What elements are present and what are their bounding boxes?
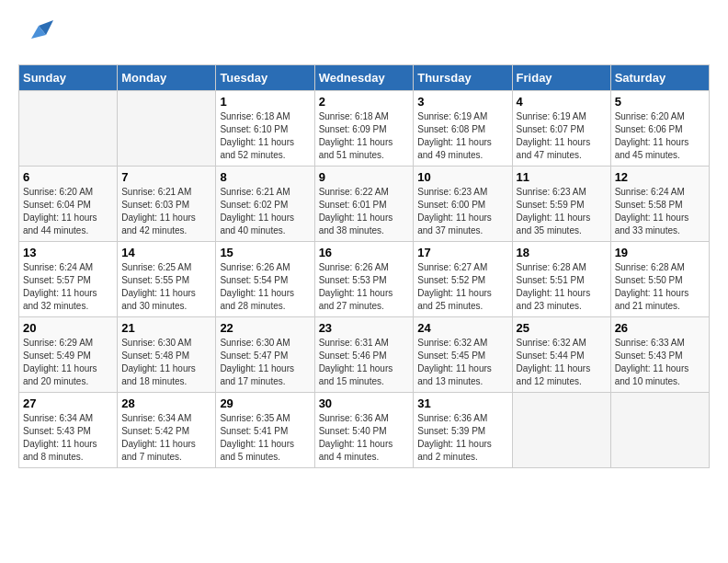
calendar-cell: 20Sunrise: 6:29 AM Sunset: 5:49 PM Dayli… — [19, 317, 118, 393]
day-number: 11 — [517, 170, 607, 184]
calendar-cell: 22Sunrise: 6:30 AM Sunset: 5:47 PM Dayli… — [216, 317, 314, 393]
day-info: Sunrise: 6:20 AM Sunset: 6:06 PM Dayligh… — [615, 110, 705, 162]
day-number: 30 — [319, 396, 410, 410]
calendar-cell: 19Sunrise: 6:28 AM Sunset: 5:50 PM Dayli… — [610, 242, 709, 317]
page-header — [18, 18, 710, 55]
day-number: 7 — [121, 170, 211, 184]
day-info: Sunrise: 6:35 AM Sunset: 5:41 PM Dayligh… — [220, 412, 310, 464]
day-info: Sunrise: 6:22 AM Sunset: 6:01 PM Dayligh… — [319, 186, 410, 237]
day-info: Sunrise: 6:18 AM Sunset: 6:09 PM Dayligh… — [319, 110, 410, 162]
day-info: Sunrise: 6:27 AM Sunset: 5:52 PM Dayligh… — [417, 261, 507, 313]
day-number: 16 — [319, 246, 410, 259]
column-header-friday: Friday — [512, 65, 610, 91]
day-number: 15 — [220, 246, 310, 259]
calendar-cell: 17Sunrise: 6:27 AM Sunset: 5:52 PM Dayli… — [414, 242, 512, 317]
calendar-cell: 7Sunrise: 6:21 AM Sunset: 6:03 PM Daylig… — [118, 167, 216, 242]
day-info: Sunrise: 6:24 AM Sunset: 5:58 PM Dayligh… — [615, 186, 705, 237]
day-number: 14 — [121, 246, 211, 259]
day-number: 10 — [417, 170, 507, 184]
day-info: Sunrise: 6:26 AM Sunset: 5:54 PM Dayligh… — [220, 261, 310, 313]
day-info: Sunrise: 6:28 AM Sunset: 5:50 PM Dayligh… — [615, 261, 705, 313]
day-number: 31 — [417, 396, 507, 410]
day-info: Sunrise: 6:36 AM Sunset: 5:40 PM Dayligh… — [319, 412, 410, 464]
day-info: Sunrise: 6:23 AM Sunset: 6:00 PM Dayligh… — [417, 186, 507, 237]
day-number: 25 — [517, 321, 607, 335]
calendar-cell: 21Sunrise: 6:30 AM Sunset: 5:48 PM Dayli… — [118, 317, 216, 393]
day-number: 21 — [121, 321, 211, 335]
day-info: Sunrise: 6:30 AM Sunset: 5:48 PM Dayligh… — [121, 337, 211, 388]
column-header-monday: Monday — [118, 65, 216, 91]
day-number: 6 — [23, 170, 113, 184]
calendar-cell: 16Sunrise: 6:26 AM Sunset: 5:53 PM Dayli… — [314, 242, 414, 317]
calendar-cell: 30Sunrise: 6:36 AM Sunset: 5:40 PM Dayli… — [314, 393, 414, 468]
calendar-cell: 24Sunrise: 6:32 AM Sunset: 5:45 PM Dayli… — [414, 317, 512, 393]
day-number: 24 — [417, 321, 507, 335]
day-number: 9 — [319, 170, 410, 184]
day-info: Sunrise: 6:29 AM Sunset: 5:49 PM Dayligh… — [23, 337, 113, 388]
calendar-week-row: 20Sunrise: 6:29 AM Sunset: 5:49 PM Dayli… — [19, 317, 710, 393]
day-number: 3 — [417, 95, 507, 109]
calendar-cell: 2Sunrise: 6:18 AM Sunset: 6:09 PM Daylig… — [314, 91, 414, 167]
day-number: 22 — [220, 321, 310, 335]
calendar-week-row: 13Sunrise: 6:24 AM Sunset: 5:57 PM Dayli… — [19, 242, 710, 317]
day-info: Sunrise: 6:26 AM Sunset: 5:53 PM Dayligh… — [319, 261, 410, 313]
day-number: 4 — [517, 95, 607, 109]
calendar-cell: 6Sunrise: 6:20 AM Sunset: 6:04 PM Daylig… — [19, 167, 118, 242]
day-info: Sunrise: 6:18 AM Sunset: 6:10 PM Dayligh… — [220, 110, 310, 162]
calendar-week-row: 27Sunrise: 6:34 AM Sunset: 5:43 PM Dayli… — [19, 393, 710, 468]
calendar-header-row: SundayMondayTuesdayWednesdayThursdayFrid… — [19, 65, 710, 91]
calendar-cell: 29Sunrise: 6:35 AM Sunset: 5:41 PM Dayli… — [216, 393, 314, 468]
day-number: 13 — [23, 246, 113, 259]
calendar-week-row: 1Sunrise: 6:18 AM Sunset: 6:10 PM Daylig… — [19, 91, 710, 167]
calendar-cell: 15Sunrise: 6:26 AM Sunset: 5:54 PM Dayli… — [216, 242, 314, 317]
column-header-thursday: Thursday — [414, 65, 512, 91]
logo — [18, 18, 59, 55]
logo-icon — [18, 18, 55, 55]
day-number: 17 — [417, 246, 507, 259]
calendar-cell: 5Sunrise: 6:20 AM Sunset: 6:06 PM Daylig… — [610, 91, 709, 167]
calendar-cell: 9Sunrise: 6:22 AM Sunset: 6:01 PM Daylig… — [314, 167, 414, 242]
day-info: Sunrise: 6:19 AM Sunset: 6:07 PM Dayligh… — [517, 110, 607, 162]
column-header-tuesday: Tuesday — [216, 65, 314, 91]
calendar-cell: 4Sunrise: 6:19 AM Sunset: 6:07 PM Daylig… — [512, 91, 610, 167]
calendar-cell: 25Sunrise: 6:32 AM Sunset: 5:44 PM Dayli… — [512, 317, 610, 393]
column-header-wednesday: Wednesday — [314, 65, 414, 91]
day-number: 2 — [319, 95, 410, 109]
calendar-cell — [512, 393, 610, 468]
calendar-cell: 8Sunrise: 6:21 AM Sunset: 6:02 PM Daylig… — [216, 167, 314, 242]
day-number: 26 — [615, 321, 705, 335]
day-info: Sunrise: 6:20 AM Sunset: 6:04 PM Dayligh… — [23, 186, 113, 237]
column-header-sunday: Sunday — [19, 65, 118, 91]
calendar-week-row: 6Sunrise: 6:20 AM Sunset: 6:04 PM Daylig… — [19, 167, 710, 242]
day-number: 12 — [615, 170, 705, 184]
day-info: Sunrise: 6:31 AM Sunset: 5:46 PM Dayligh… — [319, 337, 410, 388]
column-header-saturday: Saturday — [610, 65, 709, 91]
calendar-cell: 14Sunrise: 6:25 AM Sunset: 5:55 PM Dayli… — [118, 242, 216, 317]
calendar-cell: 26Sunrise: 6:33 AM Sunset: 5:43 PM Dayli… — [610, 317, 709, 393]
day-info: Sunrise: 6:34 AM Sunset: 5:43 PM Dayligh… — [23, 412, 113, 464]
day-info: Sunrise: 6:25 AM Sunset: 5:55 PM Dayligh… — [121, 261, 211, 313]
day-info: Sunrise: 6:21 AM Sunset: 6:03 PM Dayligh… — [121, 186, 211, 237]
day-number: 29 — [220, 396, 310, 410]
calendar-cell: 3Sunrise: 6:19 AM Sunset: 6:08 PM Daylig… — [414, 91, 512, 167]
day-number: 19 — [615, 246, 705, 259]
day-info: Sunrise: 6:19 AM Sunset: 6:08 PM Dayligh… — [417, 110, 507, 162]
day-number: 5 — [615, 95, 705, 109]
calendar-cell — [19, 91, 118, 167]
day-number: 27 — [23, 396, 113, 410]
calendar-cell — [118, 91, 216, 167]
day-info: Sunrise: 6:21 AM Sunset: 6:02 PM Dayligh… — [220, 186, 310, 237]
calendar-table: SundayMondayTuesdayWednesdayThursdayFrid… — [18, 64, 710, 468]
day-number: 18 — [517, 246, 607, 259]
calendar-cell: 12Sunrise: 6:24 AM Sunset: 5:58 PM Dayli… — [610, 167, 709, 242]
calendar-cell: 18Sunrise: 6:28 AM Sunset: 5:51 PM Dayli… — [512, 242, 610, 317]
day-number: 1 — [220, 95, 310, 109]
day-info: Sunrise: 6:30 AM Sunset: 5:47 PM Dayligh… — [220, 337, 310, 388]
day-info: Sunrise: 6:36 AM Sunset: 5:39 PM Dayligh… — [417, 412, 507, 464]
calendar-cell: 23Sunrise: 6:31 AM Sunset: 5:46 PM Dayli… — [314, 317, 414, 393]
calendar-cell: 11Sunrise: 6:23 AM Sunset: 5:59 PM Dayli… — [512, 167, 610, 242]
day-number: 20 — [23, 321, 113, 335]
calendar-cell — [610, 393, 709, 468]
calendar-cell: 13Sunrise: 6:24 AM Sunset: 5:57 PM Dayli… — [19, 242, 118, 317]
day-info: Sunrise: 6:33 AM Sunset: 5:43 PM Dayligh… — [615, 337, 705, 388]
